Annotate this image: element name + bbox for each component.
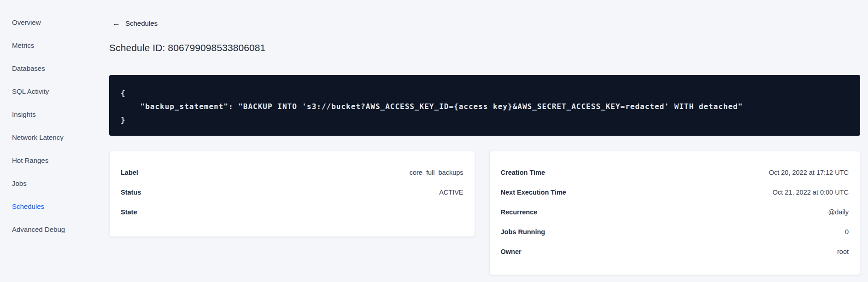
- sidebar-item-metrics[interactable]: Metrics: [0, 34, 94, 57]
- creation-time-value: Oct 20, 2022 at 17:12 UTC: [769, 169, 849, 176]
- back-to-schedules-link[interactable]: ← Schedules: [112, 19, 158, 27]
- detail-row-state: State: [121, 202, 463, 222]
- detail-row-recurrence: Recurrence @daily: [501, 202, 849, 222]
- schedule-timing-card: Creation Time Oct 20, 2022 at 17:12 UTC …: [489, 151, 860, 275]
- sidebar-item-schedules[interactable]: Schedules: [0, 195, 94, 218]
- sidebar-item-hot-ranges[interactable]: Hot Ranges: [0, 149, 94, 172]
- owner-value: root: [837, 248, 849, 255]
- state-key: State: [121, 208, 137, 216]
- detail-row-creation-time: Creation Time Oct 20, 2022 at 17:12 UTC: [501, 162, 849, 182]
- jobs-running-key: Jobs Running: [501, 228, 545, 236]
- detail-row-status: Status ACTIVE: [121, 182, 463, 202]
- detail-row-jobs-running: Jobs Running 0: [501, 222, 849, 242]
- owner-key: Owner: [501, 248, 522, 255]
- detail-row-owner: Owner root: [501, 242, 849, 261]
- next-execution-time-key: Next Execution Time: [501, 189, 566, 196]
- sidebar-item-sql-activity[interactable]: SQL Activity: [0, 80, 94, 103]
- sidebar-item-network-latency[interactable]: Network Latency: [0, 126, 94, 149]
- sidebar-item-overview[interactable]: Overview: [0, 11, 94, 34]
- sidebar-item-databases[interactable]: Databases: [0, 57, 94, 80]
- status-key: Status: [121, 189, 141, 196]
- label-key: Label: [121, 169, 138, 176]
- schedule-detail-page: ← Schedules Schedule ID: 806799098533806…: [109, 0, 860, 282]
- creation-time-key: Creation Time: [501, 169, 545, 176]
- recurrence-value: @daily: [828, 208, 849, 216]
- sidebar-item-advanced-debug[interactable]: Advanced Debug: [0, 218, 94, 241]
- sidebar-item-insights[interactable]: Insights: [0, 103, 94, 126]
- page-title: Schedule ID: 806799098533806081: [109, 42, 265, 53]
- label-value: core_full_backups: [410, 169, 463, 176]
- detail-cards: Label core_full_backups Status ACTIVE St…: [109, 151, 860, 275]
- sidebar-nav: Overview Metrics Databases SQL Activity …: [0, 0, 94, 282]
- schedule-info-card: Label core_full_backups Status ACTIVE St…: [109, 151, 475, 237]
- jobs-running-value: 0: [845, 228, 849, 236]
- next-execution-time-value: Oct 21, 2022 at 0:00 UTC: [773, 189, 849, 196]
- backup-statement-json: { "backup_statement": "BACKUP INTO 's3:/…: [121, 86, 849, 127]
- sidebar-item-jobs[interactable]: Jobs: [0, 172, 94, 195]
- detail-row-next-execution-time: Next Execution Time Oct 21, 2022 at 0:00…: [501, 182, 849, 202]
- back-link-label: Schedules: [125, 19, 158, 27]
- status-value: ACTIVE: [439, 189, 463, 196]
- backup-statement-code-block: { "backup_statement": "BACKUP INTO 's3:/…: [109, 75, 860, 136]
- detail-row-label: Label core_full_backups: [121, 162, 463, 182]
- arrow-left-icon: ←: [112, 19, 120, 27]
- recurrence-key: Recurrence: [501, 208, 538, 216]
